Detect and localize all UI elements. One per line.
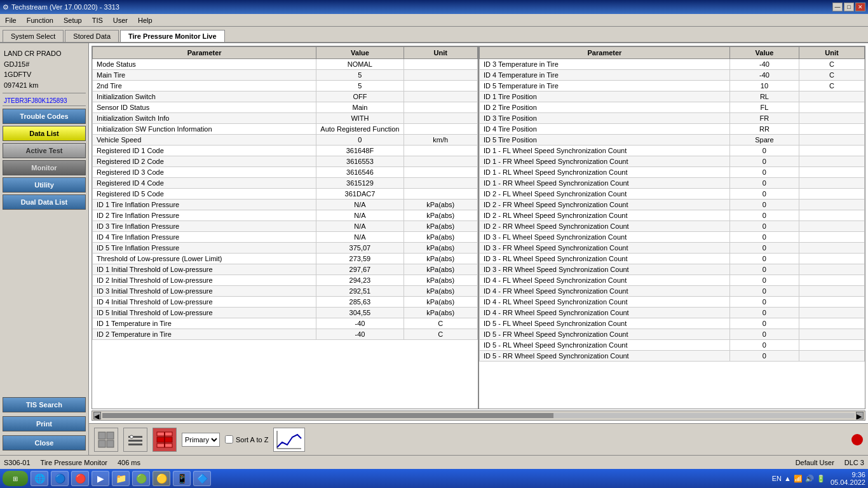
tis-search-button[interactable]: TIS Search	[3, 397, 86, 412]
unit-cell	[403, 156, 478, 167]
param-cell: Sensor ID Status	[93, 102, 316, 113]
menu-help[interactable]: Help	[133, 15, 158, 25]
tab-stored-data[interactable]: Stored Data	[65, 30, 119, 42]
param-cell: ID 2 - FR Wheel Speed Synchronization Co…	[480, 200, 730, 210]
taskbar-mobile[interactable]: 📱	[173, 471, 191, 486]
utility-button[interactable]: Utility	[3, 177, 86, 193]
table-row: ID 4 - FR Wheel Speed Synchronization Co…	[480, 286, 865, 297]
value-cell: 285,63	[316, 297, 403, 308]
menu-tis[interactable]: TIS	[87, 15, 108, 25]
value-cell: Spare	[729, 135, 799, 146]
table-row: ID 5 - RL Wheel Speed Synchronization Co…	[480, 340, 865, 351]
param-cell: ID 3 - FR Wheel Speed Synchronization Co…	[480, 243, 730, 254]
taskbar-explorer[interactable]: 📁	[112, 471, 130, 486]
taskbar-techstream[interactable]: 🟡	[153, 471, 170, 486]
table-row: ID 1 Temperature in Tire -40 C	[93, 318, 478, 329]
unit-cell: C	[799, 81, 864, 92]
sort-az-checkbox[interactable]	[225, 435, 233, 444]
data-table-container[interactable]: Parameter Value Unit Mode Status NOMAL M…	[92, 46, 865, 409]
unit-cell: kPa(abs)	[403, 254, 478, 264]
primary-dropdown[interactable]: Primary	[182, 433, 220, 447]
table-row: ID 2 Tire Inflation Pressure N/A kPa(abs…	[93, 210, 478, 221]
vehicle-info: LAND CR PRADO GDJ15# 1GDFTV 097421 km	[3, 46, 86, 93]
value-cell: RL	[729, 92, 799, 102]
param-cell: ID 4 Temperature in Tire	[480, 70, 730, 81]
tab-tpm-live[interactable]: Tire Pressure Monitor Live	[120, 30, 225, 42]
data-list-button[interactable]: Data List	[3, 126, 86, 141]
right-value-header: Value	[729, 47, 799, 59]
param-cell: Main Tire	[93, 70, 316, 81]
unit-cell: kPa(abs)	[403, 308, 478, 318]
left-value-header: Value	[316, 47, 403, 59]
menu-file[interactable]: File	[0, 15, 22, 25]
menu-function[interactable]: Function	[22, 15, 58, 25]
value-cell: -40	[316, 329, 403, 340]
param-cell: ID 2 Initial Threshold of Low-pressure	[93, 275, 316, 286]
taskbar-opera[interactable]: 🔴	[71, 471, 89, 486]
param-cell: Initialization SW Function Information	[93, 124, 316, 135]
table-row: ID 3 - FL Wheel Speed Synchronization Co…	[480, 232, 865, 243]
table-row: ID 1 - FL Wheel Speed Synchronization Co…	[480, 146, 865, 156]
param-cell: ID 3 Tire Position	[480, 113, 730, 124]
toolbar-icon-1[interactable]	[94, 428, 118, 452]
value-cell: 0	[729, 264, 799, 275]
table-row: ID 3 Temperature in Tire -40 C	[480, 59, 865, 70]
taskbar-browser[interactable]: 🔵	[51, 471, 69, 486]
param-cell: Registered ID 3 Code	[93, 167, 316, 178]
scroll-thumb[interactable]	[102, 413, 553, 418]
unit-cell	[799, 102, 864, 113]
table-row: ID 5 - RR Wheel Speed Synchronization Co…	[480, 351, 865, 362]
param-cell: ID 5 Tire Position	[480, 135, 730, 146]
param-cell: Mode Status	[93, 59, 316, 70]
horizontal-scrollbar[interactable]: ◀ ▶	[92, 410, 865, 421]
taskbar-media[interactable]: ▶	[92, 471, 109, 486]
scroll-right-btn[interactable]: ▶	[856, 412, 864, 419]
tab-system-select[interactable]: System Select	[3, 30, 64, 42]
table-row: Registered ID 3 Code 3616546	[93, 167, 478, 178]
unit-cell	[799, 286, 864, 297]
tray-network: 📶	[794, 475, 803, 483]
dual-data-list-button[interactable]: Dual Data List	[3, 194, 86, 210]
toolbar-icon-3[interactable]	[153, 428, 177, 452]
scroll-left-btn[interactable]: ◀	[93, 412, 101, 419]
param-cell: ID 5 - RR Wheel Speed Synchronization Co…	[480, 351, 730, 362]
close-button[interactable]: Close	[3, 435, 86, 451]
vehicle-name: LAND CR PRADO	[4, 48, 85, 59]
value-cell: OFF	[316, 92, 403, 102]
value-cell: 0	[729, 210, 799, 221]
active-test-button[interactable]: Active Test	[3, 143, 86, 158]
param-cell: ID 4 - FL Wheel Speed Synchronization Co…	[480, 275, 730, 286]
clock: 9:36 05.04.2022	[831, 471, 865, 486]
unit-cell	[403, 189, 478, 200]
taskbar-chrome[interactable]: 🟢	[132, 471, 150, 486]
unit-cell	[799, 329, 864, 340]
graph-icon[interactable]	[273, 428, 305, 452]
left-unit-header: Unit	[403, 47, 478, 59]
trouble-codes-button[interactable]: Trouble Codes	[3, 109, 86, 124]
print-button[interactable]: Print	[3, 416, 86, 431]
bottom-toolbar: Primary Sort A to Z	[89, 423, 868, 455]
menu-user[interactable]: User	[108, 15, 133, 25]
table-row: ID 2 Initial Threshold of Low-pressure 2…	[93, 275, 478, 286]
value-cell: -40	[729, 59, 799, 70]
monitor-button[interactable]: Monitor	[3, 160, 86, 175]
unit-cell: kPa(abs)	[403, 232, 478, 243]
taskbar-vpn[interactable]: 🔷	[193, 471, 211, 486]
value-cell: 0	[729, 340, 799, 351]
unit-cell: C	[403, 318, 478, 329]
maximize-button[interactable]: □	[844, 3, 854, 11]
menu-setup[interactable]: Setup	[58, 15, 87, 25]
param-cell: ID 3 Initial Threshold of Low-pressure	[93, 286, 316, 297]
svg-rect-1	[107, 432, 114, 439]
start-button[interactable]: ⊞	[3, 471, 28, 486]
clock-time: 9:36	[831, 471, 865, 478]
taskbar-ie[interactable]: 🌐	[31, 471, 48, 486]
table-row: ID 1 - RR Wheel Speed Synchronization Co…	[480, 178, 865, 189]
unit-cell	[799, 124, 864, 135]
table-row: ID 3 - RR Wheel Speed Synchronization Co…	[480, 264, 865, 275]
scroll-track[interactable]	[102, 413, 855, 418]
minimize-button[interactable]: —	[832, 3, 843, 11]
param-cell: ID 5 - FL Wheel Speed Synchronization Co…	[480, 318, 730, 329]
toolbar-icon-2[interactable]	[123, 428, 147, 452]
close-window-button[interactable]: ✕	[855, 3, 865, 11]
